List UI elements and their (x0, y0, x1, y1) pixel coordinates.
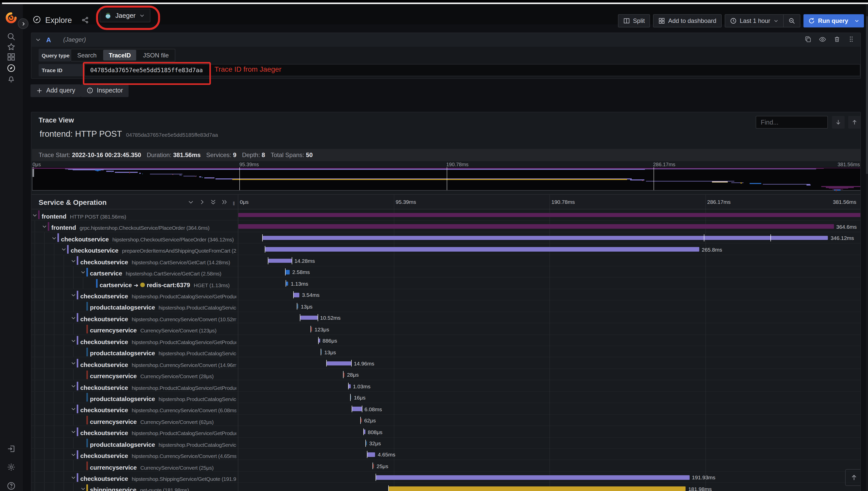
span-name-cell[interactable]: checkoutserviceprepareOrderItemsAndShipp… (31, 246, 236, 255)
collapse-one-icon[interactable] (187, 199, 194, 205)
page-scrollbar[interactable] (866, 4, 868, 491)
span-name-cell[interactable]: cartservice➔redis-cart:6379HGET (1.13ms) (31, 280, 236, 289)
span-bar[interactable] (366, 441, 367, 445)
span-row[interactable]: checkoutservicehipstershop.CurrencyServi… (31, 403, 860, 414)
span-row[interactable]: frontendHTTP POST (381.56ms) (31, 209, 860, 221)
span-name-cell[interactable]: shippingserviceget-quote (181.98ms) (31, 485, 236, 491)
query-type-search[interactable]: Search (72, 50, 102, 60)
expand-all-icon[interactable] (221, 199, 228, 205)
minimap-canvas[interactable] (32, 167, 861, 191)
split-button[interactable]: Split (618, 14, 650, 27)
span-row[interactable]: productcatalogservicehipstershop.Product… (31, 437, 860, 449)
sign-in-icon[interactable] (7, 444, 16, 453)
column-divider[interactable] (238, 195, 238, 491)
span-name-cell[interactable]: checkoutservicehipstershop.CurrencyServi… (31, 314, 236, 323)
span-row[interactable]: currencyserviceCurrencyService/Convert (… (31, 414, 860, 426)
grafana-logo[interactable] (5, 11, 17, 24)
span-name-cell[interactable]: currencyserviceCurrencyService/Convert (… (31, 371, 236, 380)
span-name-cell[interactable]: checkoutservicehipstershop.CheckoutServi… (31, 234, 236, 243)
span-bar[interactable] (286, 270, 290, 274)
span-name-cell[interactable]: cartservicehipstershop.CartService/GetCa… (31, 268, 236, 278)
span-row[interactable]: checkoutservicehipstershop.CurrencyServi… (31, 312, 860, 323)
find-input[interactable]: Find... (756, 116, 828, 128)
span-bar[interactable] (311, 327, 312, 331)
eye-icon[interactable] (819, 36, 826, 43)
query-row-header[interactable]: A (Jaeger) (31, 33, 860, 47)
find-next-button[interactable] (832, 116, 845, 128)
span-name-cell[interactable]: frontendHTTP POST (381.56ms) (31, 211, 236, 221)
alerting-icon[interactable] (7, 74, 16, 83)
help-icon[interactable] (7, 481, 16, 490)
span-name-cell[interactable]: productcatalogservicehipstershop.Product… (31, 439, 236, 449)
span-row[interactable]: currencyserviceCurrencyService/Convert (… (31, 460, 860, 472)
column-resizer[interactable]: ‖ (233, 201, 235, 206)
span-bar[interactable] (364, 430, 365, 434)
span-bar[interactable] (327, 361, 351, 366)
trash-icon[interactable] (833, 36, 841, 43)
share-icon[interactable] (81, 16, 89, 24)
span-row[interactable]: checkoutservicehipstershop.CartService/G… (31, 255, 860, 266)
gear-icon[interactable] (7, 462, 16, 471)
duplicate-icon[interactable] (805, 36, 812, 43)
span-bar[interactable] (238, 224, 834, 229)
span-row[interactable]: productcatalogservicehipstershop.Product… (31, 346, 860, 357)
find-prev-button[interactable] (848, 116, 861, 128)
span-name-cell[interactable]: checkoutservicehipstershop.CurrencyServi… (31, 451, 236, 460)
span-bar[interactable] (238, 213, 861, 217)
span-row[interactable]: productcatalogservicehipstershop.Product… (31, 392, 860, 403)
span-bar[interactable] (269, 258, 292, 263)
span-name-cell[interactable]: checkoutservicehipstershop.CurrencyServi… (31, 405, 236, 414)
span-bar[interactable] (361, 418, 362, 423)
span-bar[interactable] (368, 452, 375, 457)
span-name-cell[interactable]: checkoutservicehipstershop.ProductCatalo… (31, 428, 236, 437)
span-row[interactable]: checkoutservicehipstershop.CheckoutServi… (31, 232, 860, 243)
span-bar[interactable] (321, 350, 322, 354)
span-row[interactable]: cartservicehipstershop.CartService/GetCa… (31, 266, 860, 278)
span-name-cell[interactable]: checkoutservicehipstershop.CurrencyServi… (31, 359, 236, 369)
collapse-all-icon[interactable] (210, 199, 216, 205)
span-bar[interactable] (373, 464, 374, 468)
query-type-jsonfile[interactable]: JSON file (138, 50, 174, 60)
span-bar[interactable] (389, 487, 686, 491)
span-row[interactable]: checkoutservicehipstershop.CurrencyServi… (31, 449, 860, 460)
span-bar[interactable] (349, 384, 350, 388)
add-query-button[interactable]: Add query (30, 84, 81, 97)
span-name-cell[interactable]: currencyserviceCurrencyService/Convert (… (31, 462, 236, 471)
span-row[interactable]: checkoutserviceprepareOrderItemsAndShipp… (31, 243, 860, 255)
span-bar[interactable] (343, 373, 344, 377)
span-name-cell[interactable]: productcatalogservicehipstershop.Product… (31, 348, 236, 357)
span-bar[interactable] (294, 293, 300, 297)
span-row[interactable]: checkoutservicehipstershop.ShippingServi… (31, 472, 860, 483)
span-row[interactable]: currencyserviceCurrencyService/Convert (… (31, 369, 860, 380)
span-row[interactable]: currencyserviceCurrencyService/Convert (… (31, 323, 860, 335)
span-row[interactable]: frontendgrpc.hipstershop.CheckoutService… (31, 221, 860, 232)
query-type-traceid[interactable]: TraceID (103, 50, 137, 60)
span-bar[interactable] (265, 247, 699, 252)
span-name-cell[interactable]: frontendgrpc.hipstershop.CheckoutService… (31, 223, 236, 232)
explore-nav-icon[interactable] (7, 63, 16, 73)
span-name-cell[interactable]: checkoutservicehipstershop.CartService/G… (31, 257, 236, 266)
collapse-chevron-icon[interactable] (35, 37, 41, 43)
scroll-to-top-button[interactable] (845, 469, 861, 486)
span-bar[interactable] (298, 304, 298, 309)
sidebar-expand-button[interactable] (18, 18, 28, 29)
span-row[interactable]: checkoutservicehipstershop.CurrencyServi… (31, 357, 860, 369)
span-bar[interactable] (350, 396, 351, 400)
span-row[interactable]: productcatalogservicehipstershop.Product… (31, 301, 860, 312)
span-name-cell[interactable]: productcatalogservicehipstershop.Product… (31, 394, 236, 403)
drag-handle-icon[interactable] (848, 36, 855, 43)
span-row[interactable]: checkoutservicehipstershop.ProductCatalo… (31, 335, 860, 346)
time-range-button[interactable]: Last 1 hour (725, 15, 783, 27)
span-name-cell[interactable]: checkoutservicehipstershop.ShippingServi… (31, 474, 236, 483)
span-row[interactable]: cartservice➔redis-cart:6379HGET (1.13ms)… (31, 278, 860, 289)
span-bar[interactable] (376, 475, 689, 480)
zoom-out-button[interactable] (783, 15, 800, 27)
page-scrollbar-thumb[interactable] (866, 16, 868, 174)
inspector-button[interactable]: Inspector (81, 84, 128, 97)
span-row[interactable]: checkoutservicehipstershop.ProductCatalo… (31, 289, 860, 301)
span-name-cell[interactable]: currencyserviceCurrencyService/Convert (… (31, 417, 236, 426)
span-name-cell[interactable]: checkoutservicehipstershop.ProductCatalo… (31, 291, 236, 300)
dashboards-icon[interactable] (7, 52, 16, 61)
expand-one-icon[interactable] (199, 199, 205, 205)
span-row[interactable]: checkoutservicehipstershop.ProductCatalo… (31, 380, 860, 392)
